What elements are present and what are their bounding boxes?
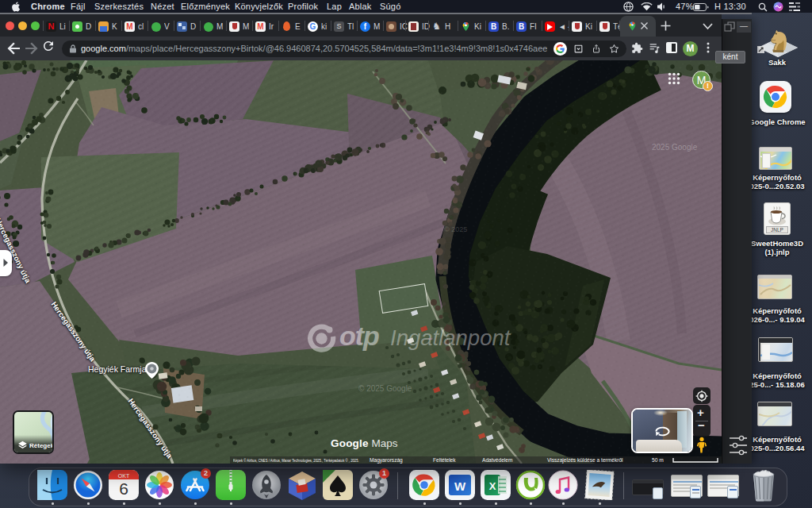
svg-text:W: W	[454, 479, 466, 493]
svg-text:6: 6	[119, 479, 128, 498]
svg-text:OKT: OKT	[118, 473, 130, 479]
svg-text:X: X	[489, 480, 496, 492]
